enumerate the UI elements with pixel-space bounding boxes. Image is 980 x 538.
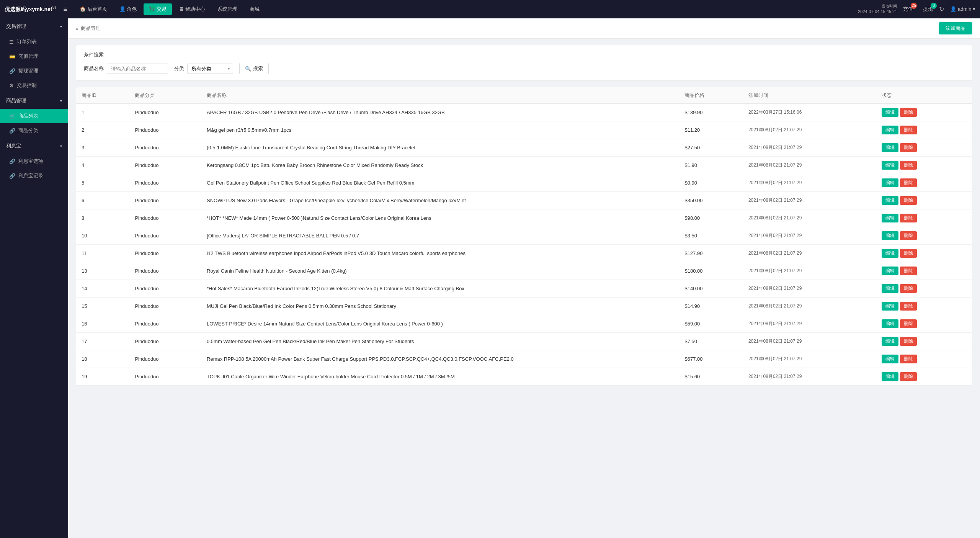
sidebar-header-products[interactable]: 商品管理 ▾ [0, 93, 68, 109]
delete-button[interactable]: 删除 [900, 196, 917, 205]
cell-category: Pinduoduo [129, 121, 201, 139]
edit-button[interactable]: 编辑 [882, 143, 898, 152]
main-content: » 商品管理 添加商品 条件搜索 商品名称 分类 所有分类 ▾ [68, 18, 980, 538]
delete-button[interactable]: 删除 [900, 284, 917, 293]
content-area: 条件搜索 商品名称 分类 所有分类 ▾ 🔍 [68, 39, 980, 392]
delete-button[interactable]: 删除 [900, 355, 917, 363]
delete-button[interactable]: 删除 [900, 319, 917, 328]
cell-time: 2021年08月02日 21:07:29 [743, 245, 876, 262]
nav-item-help[interactable]: 🖥 帮助中心 [173, 3, 211, 15]
cell-name: i12 TWS Bluetooth wireless earphones Inp… [201, 245, 679, 262]
cell-actions: 编辑 删除 [876, 298, 972, 315]
edit-button[interactable]: 编辑 [882, 214, 898, 222]
sidebar-item-product-category[interactable]: 🔗 商品分类 [0, 123, 68, 138]
edit-button[interactable]: 编辑 [882, 249, 898, 258]
edit-button[interactable]: 编辑 [882, 319, 898, 328]
sidebar-header-trade[interactable]: 交易管理 ▾ [0, 18, 68, 34]
recharge-button[interactable]: 充值 25 [903, 6, 913, 13]
cell-category: Pinduoduo [129, 139, 201, 157]
cell-time: 2021年08月02日 21:07:29 [743, 368, 876, 386]
edit-button[interactable]: 编辑 [882, 355, 898, 363]
edit-button[interactable]: 编辑 [882, 196, 898, 205]
delete-button[interactable]: 删除 [900, 126, 917, 134]
delete-button[interactable]: 删除 [900, 214, 917, 222]
withdraw-button[interactable]: 提现 0 [923, 6, 933, 13]
cell-time: 2021年08月02日 21:07:29 [743, 139, 876, 157]
sidebar-item-recharge-mgmt[interactable]: 💳 充值管理 [0, 49, 68, 64]
nav-item-system[interactable]: 系统管理 [212, 3, 243, 15]
product-name-input[interactable] [107, 64, 168, 74]
delete-button[interactable]: 删除 [900, 267, 917, 275]
edit-button[interactable]: 编辑 [882, 161, 898, 170]
edit-button[interactable]: 编辑 [882, 126, 898, 134]
col-id: 商品ID [76, 87, 129, 104]
withdraw-mgmt-icon: 🔗 [9, 68, 15, 74]
delete-button[interactable]: 删除 [900, 143, 917, 152]
cell-name: TOPK J01 Cable Organizer Wire Winder Ear… [201, 368, 679, 386]
sidebar-item-withdraw-mgmt[interactable]: 🔗 提现管理 [0, 64, 68, 78]
cell-actions: 编辑 删除 [876, 192, 972, 209]
edit-button[interactable]: 编辑 [882, 108, 898, 117]
table-row: 17 Pinduoduo 0.5mm Water-based Pen Gel P… [76, 333, 972, 350]
edit-button[interactable]: 编辑 [882, 302, 898, 311]
app-logo: 优选源码yxymk.netV6 [5, 6, 57, 13]
cell-price: $3.50 [679, 227, 743, 245]
sidebar-item-interest-records[interactable]: 🔗 利息宝记录 [0, 168, 68, 183]
nav-item-shop[interactable]: 商城 [244, 3, 265, 15]
cell-name: Kerongsang 0.8CM 1pc Batu Korea Baby Bro… [201, 157, 679, 174]
action-buttons: 编辑 删除 [882, 214, 967, 222]
edit-button[interactable]: 编辑 [882, 267, 898, 275]
table-row: 5 Pinduoduo Gel Pen Stationery Ballpoint… [76, 174, 972, 192]
cell-category: Pinduoduo [129, 280, 201, 298]
cell-price: $11.20 [679, 121, 743, 139]
col-time: 添加时间 [743, 87, 876, 104]
sidebar-item-interest-options[interactable]: 🔗 利息宝选项 [0, 154, 68, 168]
action-buttons: 编辑 删除 [882, 372, 967, 381]
col-name: 商品名称 [201, 87, 679, 104]
cell-id: 4 [76, 157, 129, 174]
table-row: 14 Pinduoduo *Hot Sales* Macaron Bluetoo… [76, 280, 972, 298]
delete-button[interactable]: 删除 [900, 178, 917, 187]
edit-button[interactable]: 编辑 [882, 372, 898, 381]
delete-button[interactable]: 删除 [900, 302, 917, 311]
delete-button[interactable]: 删除 [900, 249, 917, 258]
cell-actions: 编辑 删除 [876, 104, 972, 121]
cell-actions: 编辑 删除 [876, 262, 972, 280]
cell-price: $350.00 [679, 192, 743, 209]
cell-time: 2021年08月02日 21:07:29 [743, 209, 876, 227]
cell-category: Pinduoduo [129, 262, 201, 280]
sidebar-header-interest[interactable]: 利息宝 ▾ [0, 138, 68, 154]
category-select[interactable]: 所有分类 [187, 64, 233, 74]
action-buttons: 编辑 删除 [882, 355, 967, 363]
nav-item-role[interactable]: 👤 角色 [114, 3, 142, 15]
cell-id: 16 [76, 315, 129, 333]
action-buttons: 编辑 删除 [882, 337, 967, 346]
nav-item-trade[interactable]: 💱 交易 [144, 3, 172, 15]
refresh-icon[interactable]: ↻ [939, 5, 944, 13]
delete-button[interactable]: 删除 [900, 161, 917, 170]
cell-category: Pinduoduo [129, 368, 201, 386]
action-buttons: 编辑 删除 [882, 178, 967, 187]
delete-button[interactable]: 删除 [900, 231, 917, 240]
edit-button[interactable]: 编辑 [882, 231, 898, 240]
datetime-display: 当地时间 2024-07-04 15:45:21 [858, 3, 897, 15]
cell-name: (0.5-1.0MM) Elastic Line Transparent Cry… [201, 139, 679, 157]
menu-toggle-icon[interactable]: ≡ [64, 5, 68, 13]
add-product-button[interactable]: 添加商品 [939, 22, 972, 34]
sidebar-item-orders[interactable]: ☰ 订单列表 [0, 34, 68, 49]
edit-button[interactable]: 编辑 [882, 178, 898, 187]
search-button[interactable]: 🔍 搜索 [239, 63, 269, 74]
delete-button[interactable]: 删除 [900, 337, 917, 346]
delete-button[interactable]: 删除 [900, 108, 917, 117]
edit-button[interactable]: 编辑 [882, 337, 898, 346]
delete-button[interactable]: 删除 [900, 372, 917, 381]
product-name-field: 商品名称 [84, 64, 168, 74]
admin-menu[interactable]: 👤 admin ▾ [950, 6, 975, 12]
cell-category: Pinduoduo [129, 333, 201, 350]
edit-button[interactable]: 编辑 [882, 284, 898, 293]
sidebar-item-product-list[interactable]: 🛒 商品列表 [0, 109, 68, 123]
cell-name: 0.5mm Water-based Pen Gel Pen Black/Red/… [201, 333, 679, 350]
nav-item-home[interactable]: 🏠 后台首页 [74, 3, 113, 15]
sidebar-item-trade-control[interactable]: ⚙ 交易控制 [0, 78, 68, 93]
cell-time: 2021年08月02日 21:07:29 [743, 333, 876, 350]
